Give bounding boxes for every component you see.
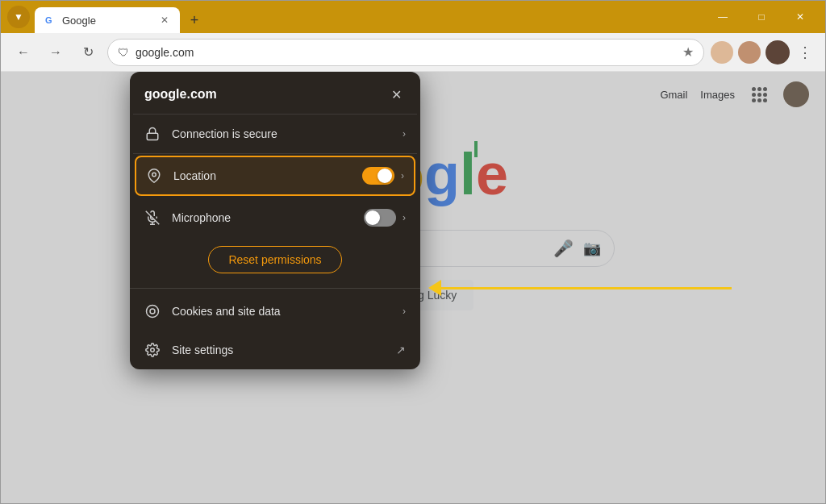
tab-favicon: G — [43, 14, 56, 27]
site-settings-item[interactable]: Site settings ↗ — [130, 331, 420, 369]
site-settings-right: ↗ — [396, 344, 406, 356]
svg-point-7 — [147, 306, 159, 318]
arrow-head — [428, 280, 441, 296]
forward-button[interactable]: → — [43, 40, 69, 65]
profile-avatar-3[interactable] — [766, 40, 790, 65]
arrow-annotation — [428, 280, 732, 296]
microphone-right: › — [364, 209, 406, 227]
site-settings-icon — [144, 342, 161, 358]
toolbar: ← → ↻ 🛡 google.com ★ ⋮ — [1, 33, 825, 72]
cookies-label: Cookies and site data — [172, 305, 391, 318]
lock-icon — [144, 126, 161, 142]
title-bar: ▼ G Google ✕ + — □ ✕ — [1, 1, 825, 33]
maximize-button[interactable]: □ — [743, 5, 780, 29]
microphone-chevron-icon: › — [403, 212, 406, 223]
popup-close-button[interactable]: ✕ — [386, 85, 406, 104]
section-divider — [130, 288, 420, 289]
profile-menu-btn[interactable]: ▼ — [7, 6, 30, 28]
location-row[interactable]: Location › — [135, 156, 415, 196]
security-icon: 🛡 — [118, 46, 129, 59]
browser-window: ▼ G Google ✕ + — □ ✕ ← → — [0, 0, 826, 504]
new-tab-button[interactable]: + — [183, 9, 206, 31]
reset-permissions-area: Reset permissions — [130, 238, 420, 285]
cookies-chevron-icon: › — [403, 306, 406, 317]
tab-area: G Google ✕ + — [35, 1, 704, 33]
svg-rect-2 — [147, 133, 158, 140]
cookies-right: › — [403, 306, 406, 317]
popup-header: google.com ✕ — [130, 72, 420, 114]
tab-title: Google — [62, 15, 151, 27]
microphone-label: Microphone — [172, 211, 353, 224]
cookies-item[interactable]: Cookies and site data › — [130, 292, 420, 331]
minimize-button[interactable]: — — [704, 5, 741, 29]
refresh-button[interactable]: ↻ — [75, 40, 101, 65]
toggle-thumb — [378, 169, 392, 183]
profile-area: ⋮ — [711, 40, 816, 65]
bookmark-icon[interactable]: ★ — [682, 44, 694, 60]
arrow-line — [441, 287, 732, 289]
svg-text:G: G — [45, 15, 52, 25]
window-controls: — □ ✕ — [704, 5, 819, 29]
browser-menu-button[interactable]: ⋮ — [795, 40, 816, 65]
location-icon — [146, 168, 162, 184]
cookies-icon — [144, 303, 161, 319]
address-bar[interactable]: 🛡 google.com ★ — [107, 39, 704, 66]
connection-label: Connection is secure — [172, 127, 391, 140]
page-area: Gmail Images g o o g l e — [1, 72, 825, 503]
site-settings-label: Site settings — [172, 344, 385, 356]
microphone-toggle-thumb — [365, 210, 380, 225]
profile-avatar-2[interactable] — [738, 41, 761, 64]
connection-divider — [133, 153, 417, 154]
close-button[interactable]: ✕ — [782, 5, 819, 29]
popup-domain: google.com — [144, 87, 217, 102]
connection-right: › — [403, 128, 406, 140]
address-text: google.com — [136, 46, 676, 59]
site-info-popup: google.com ✕ Connection is secure › — [130, 72, 420, 369]
tab-close-btn[interactable]: ✕ — [157, 13, 172, 27]
svg-point-9 — [151, 348, 155, 352]
microphone-toggle[interactable] — [364, 209, 396, 227]
active-tab[interactable]: G Google ✕ — [35, 7, 180, 33]
reset-permissions-button[interactable]: Reset permissions — [208, 246, 341, 273]
external-link-icon: ↗ — [396, 344, 406, 356]
location-toggle[interactable] — [362, 167, 394, 185]
back-button[interactable]: ← — [10, 40, 36, 65]
svg-point-3 — [152, 173, 156, 177]
location-label: Location — [173, 169, 351, 182]
location-right: › — [362, 167, 404, 185]
microphone-item[interactable]: Microphone › — [130, 198, 420, 238]
connection-item[interactable]: Connection is secure › — [130, 115, 420, 153]
location-chevron-icon: › — [401, 170, 404, 181]
profile-avatar-1[interactable] — [711, 41, 733, 64]
svg-point-8 — [150, 309, 155, 314]
location-item[interactable]: Location › — [136, 157, 414, 194]
microphone-icon — [144, 210, 161, 226]
connection-chevron-icon: › — [403, 128, 406, 140]
